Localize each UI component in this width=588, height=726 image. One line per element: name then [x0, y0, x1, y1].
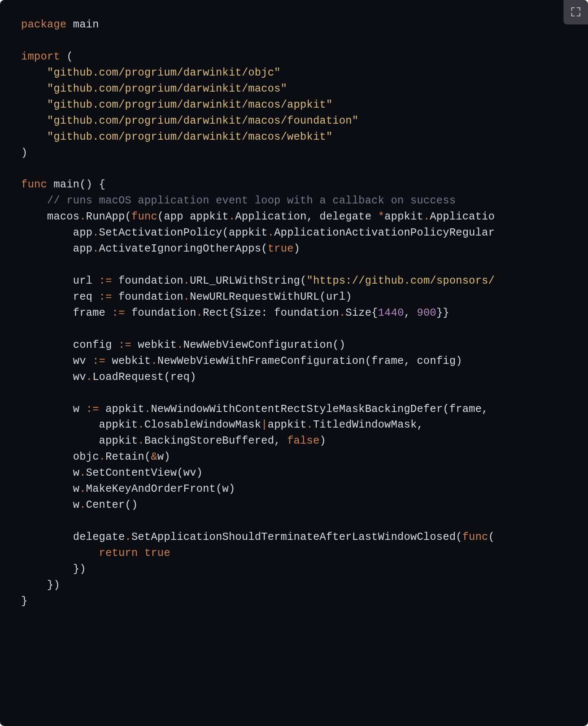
code-block: package main import ( "github.com/progri…: [0, 0, 588, 726]
code-content[interactable]: package main import ( "github.com/progri…: [21, 17, 574, 610]
copy-button[interactable]: [564, 0, 588, 24]
expand-icon: [570, 6, 581, 19]
